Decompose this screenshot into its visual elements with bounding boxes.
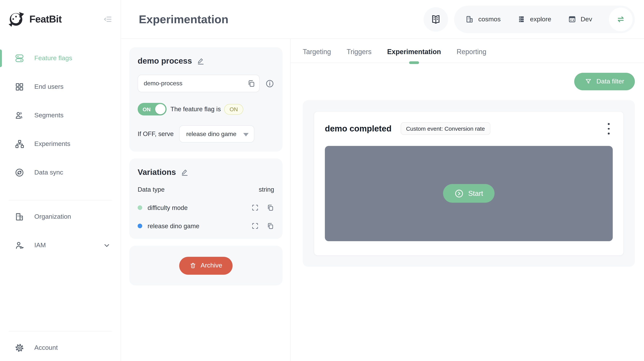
flag-detail-panel: demo process <box>121 39 290 361</box>
start-button-label: Start <box>468 189 483 198</box>
trash-icon <box>190 262 196 269</box>
sidebar-item-end-users[interactable]: End users <box>0 78 120 96</box>
env-group-name: explore <box>530 15 551 23</box>
sidebar-item-iam[interactable]: IAM <box>0 237 120 254</box>
flag-status-text: The feature flag is <box>170 105 221 113</box>
start-experiment-button[interactable]: Start <box>443 184 494 203</box>
flag-status-badge: ON <box>224 104 243 114</box>
sidebar-item-feature-flags[interactable]: Feature flags <box>0 49 120 67</box>
workspace-row: demo process <box>121 39 644 361</box>
funnel-icon <box>585 78 592 85</box>
sidebar-item-organization[interactable]: Organization <box>0 208 120 226</box>
env-group-selector[interactable]: explore <box>518 15 551 23</box>
workspace-switcher: cosmos e <box>454 5 635 33</box>
copy-icon[interactable] <box>266 222 274 230</box>
variation-color-dot <box>138 224 142 228</box>
feature-flags-toggles-icon <box>15 54 24 63</box>
experimentation-content: Targeting Triggers Experimentation Repor… <box>290 39 644 361</box>
sitemap-icon <box>15 139 24 149</box>
grid-icon <box>15 82 24 91</box>
sidebar-item-data-sync[interactable]: Data sync <box>0 164 120 181</box>
swap-arrows-icon <box>616 14 626 24</box>
feature-flag-toggle[interactable]: ON <box>138 103 166 115</box>
main-column: Experimentation <box>121 0 644 361</box>
active-indicator-bar <box>0 49 2 67</box>
experiment-title: demo completed <box>325 124 392 134</box>
sidebar-logo-row: FeatBit <box>0 0 120 38</box>
caret-down-icon <box>244 133 249 136</box>
expand-icon[interactable] <box>251 204 259 211</box>
chevron-down-icon <box>103 242 110 249</box>
tab-targeting[interactable]: Targeting <box>303 48 331 62</box>
copy-icon[interactable] <box>266 204 274 211</box>
sidebar-item-segments[interactable]: Segments <box>0 107 120 124</box>
project-selector[interactable]: cosmos <box>466 15 501 23</box>
archive-card: Archive <box>129 246 282 285</box>
environment-name: Dev <box>581 15 592 23</box>
data-type-value: string <box>259 186 274 193</box>
tab-experimentation[interactable]: Experimentation <box>387 48 441 62</box>
experiment-card: demo completed Custom event: Conversion … <box>314 111 624 256</box>
sidebar-item-label: Experiments <box>34 140 70 148</box>
flag-summary-card: demo process <box>129 47 282 152</box>
sidebar-item-label: Data sync <box>34 169 63 176</box>
code-window-icon <box>568 15 576 23</box>
expand-icon[interactable] <box>251 222 259 230</box>
sidebar-item-experiments[interactable]: Experiments <box>0 135 120 153</box>
sidebar-item-account[interactable]: Account <box>0 339 120 357</box>
toggle-knob <box>155 104 166 114</box>
data-filter-label: Data filter <box>596 78 624 85</box>
sync-icon <box>15 168 24 177</box>
copy-icon[interactable] <box>247 79 256 88</box>
sidebar: FeatBit Feature flags <box>0 0 121 361</box>
sidebar-spacer <box>0 265 120 324</box>
info-icon[interactable] <box>266 79 274 88</box>
off-serve-select[interactable]: release dino game <box>180 125 254 142</box>
flag-key-field-wrap <box>138 75 260 92</box>
toggle-state-label: ON <box>142 106 150 112</box>
kebab-menu-icon[interactable] <box>605 121 613 136</box>
variation-name: release dino game <box>148 222 200 230</box>
brand-name: FeatBit <box>29 13 62 25</box>
tab-triggers[interactable]: Triggers <box>346 48 372 62</box>
tab-label: Triggers <box>346 48 372 56</box>
environment-selector[interactable]: Dev <box>568 15 592 23</box>
variation-name: difficulty mode <box>148 204 188 211</box>
app-window: FeatBit Feature flags <box>0 0 644 361</box>
sidebar-item-label: Segments <box>34 112 64 119</box>
edit-flag-name-icon[interactable] <box>197 57 205 65</box>
featbit-dolphin-logo-icon <box>8 11 24 27</box>
sidebar-bottom-divider <box>9 331 112 332</box>
archive-button-label: Archive <box>200 262 222 269</box>
data-filter-button[interactable]: Data filter <box>574 73 635 90</box>
sidebar-item-label: Account <box>34 344 58 352</box>
book-icon <box>431 14 441 24</box>
variations-title: Variations <box>138 168 176 177</box>
tab-label: Experimentation <box>387 48 441 56</box>
active-tab-indicator <box>409 61 419 64</box>
sidebar-item-label: IAM <box>34 242 46 249</box>
tab-reporting[interactable]: Reporting <box>456 48 486 62</box>
collapse-sidebar-icon[interactable] <box>103 15 112 23</box>
variation-color-dot <box>138 205 142 210</box>
page-header: Experimentation <box>121 0 644 39</box>
sidebar-divider <box>9 200 112 200</box>
archive-button[interactable]: Archive <box>179 257 232 275</box>
sidebar-nav: Feature flags End users <box>0 49 120 265</box>
sidebar-item-label: Feature flags <box>34 54 72 62</box>
documentation-button[interactable] <box>424 7 448 31</box>
page-title: Experimentation <box>139 13 228 26</box>
experiment-event-badge: Custom event: Conversion rate <box>401 122 490 135</box>
experiment-list-container: demo completed Custom event: Conversion … <box>303 100 635 267</box>
flag-key-input[interactable] <box>138 75 260 92</box>
play-circle-icon <box>454 189 464 198</box>
person-icon <box>15 111 24 120</box>
project-name: cosmos <box>478 15 501 23</box>
flag-tabs: Targeting Triggers Experimentation Repor… <box>290 39 644 63</box>
switch-environment-button[interactable] <box>609 7 632 31</box>
sidebar-item-label: Organization <box>34 213 71 221</box>
off-serve-value: release dino game <box>186 130 236 137</box>
tab-label: Reporting <box>456 48 486 56</box>
edit-variations-icon[interactable] <box>181 168 189 176</box>
gear-icon <box>15 343 24 353</box>
